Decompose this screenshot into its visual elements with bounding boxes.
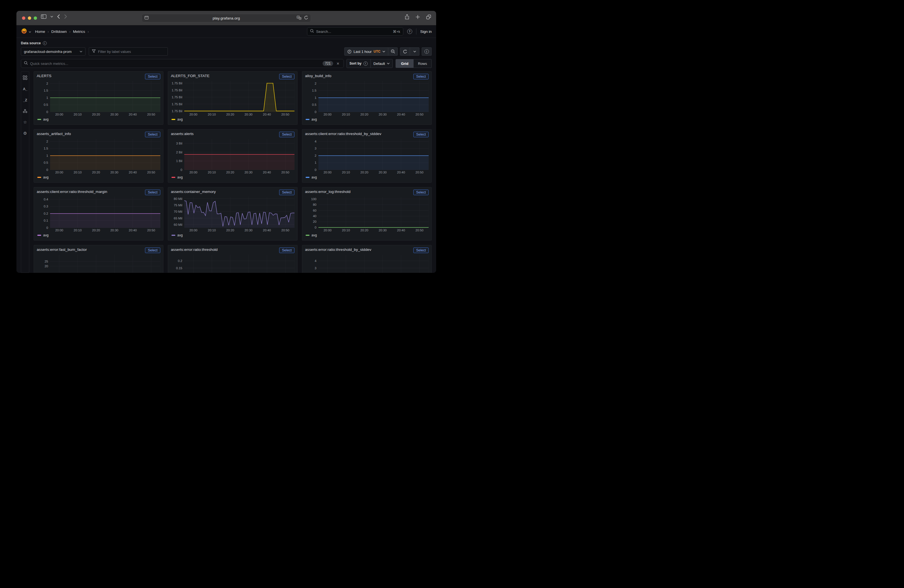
share-icon[interactable] (405, 14, 409, 21)
time-range-button[interactable]: Last 1 hour UTC (345, 47, 388, 55)
legend-label[interactable]: avg (177, 175, 183, 179)
groups-icon[interactable] (23, 109, 27, 113)
grafana-logo[interactable] (21, 28, 27, 35)
y-tick-label: 20 (313, 220, 316, 223)
metric-panel: asserts:error:fast_burn_factorSelect2520… (34, 245, 163, 273)
panel-title: asserts:client:error:ratio:threshold_by_… (305, 132, 381, 136)
x-tick-label: 20:10 (74, 229, 82, 232)
address-bar[interactable]: play.grafana.org A (142, 14, 311, 22)
metric-panel: ALERTSSelect21.510.5020:0020:1020:2020:3… (34, 71, 163, 125)
chart-legend: avg (37, 175, 160, 180)
select-button[interactable]: Select (413, 74, 428, 79)
x-tick-label: 20:10 (342, 171, 350, 174)
info-icon[interactable]: i (363, 62, 368, 66)
legend-label[interactable]: avg (311, 117, 317, 122)
legend-label[interactable]: avg (43, 233, 49, 237)
tab-overview-icon[interactable] (426, 14, 431, 21)
sidebar-toggle-icon[interactable] (41, 14, 46, 19)
y-tick-label: 75 Mil (174, 204, 182, 207)
info-icon: i (424, 49, 429, 54)
x-tick-label: 20:20 (226, 171, 234, 174)
select-button[interactable]: Select (413, 190, 428, 195)
global-search-input[interactable]: ⌘+k (307, 27, 403, 36)
select-button[interactable]: Select (413, 248, 428, 253)
legend-label[interactable]: avg (311, 233, 317, 237)
y-tick-label: 1.75 Bil (172, 95, 182, 99)
chart-legend: avg (171, 175, 294, 180)
metric-panel: asserts_artifact_infoSelect21.510.5020:0… (34, 129, 163, 183)
y-tick-label: 3 (315, 147, 316, 150)
x-tick-label: 20:00 (189, 229, 198, 232)
x-tick-label: 20:40 (129, 113, 137, 116)
view-grid-option[interactable]: Grid (396, 59, 414, 68)
x-tick-label: 20:00 (323, 229, 332, 232)
label-filter-field[interactable] (98, 49, 165, 54)
y-tick-label: 0.2 (178, 259, 182, 262)
refresh-button[interactable] (400, 47, 410, 55)
zoom-out-button[interactable] (388, 47, 397, 55)
view-rows-option[interactable]: Rows (414, 59, 431, 68)
website-settings-icon[interactable] (144, 16, 149, 21)
select-button[interactable]: Select (145, 248, 160, 253)
x-tick-label: 20:20 (226, 229, 234, 232)
x-tick-label: 20:30 (110, 229, 118, 232)
minimize-window-button[interactable] (28, 16, 31, 20)
legend-color-pill (306, 119, 310, 120)
forward-button[interactable] (64, 14, 67, 19)
settings-icon[interactable]: ⚙ (24, 131, 27, 136)
legend-label[interactable]: avg (177, 233, 183, 237)
panel-title: asserts:error:fast_burn_factor (37, 248, 87, 252)
x-tick-label: 20:30 (244, 229, 253, 232)
view-toggle: Grid Rows (395, 59, 432, 68)
datasource-select[interactable]: grafanacloud-demoinfra-prom (21, 47, 85, 56)
clear-search-icon[interactable]: ✕ (335, 62, 341, 66)
metric-search-input[interactable]: 721 ✕ (21, 59, 344, 68)
dashboards-icon[interactable] (23, 76, 27, 80)
select-button[interactable]: Select (145, 190, 160, 195)
refresh-interval-dropdown[interactable] (410, 47, 419, 55)
zoom-window-button[interactable] (34, 16, 37, 20)
global-search-field[interactable] (316, 30, 391, 34)
select-button[interactable]: Select (279, 74, 294, 79)
select-button[interactable]: Select (145, 132, 160, 137)
select-button[interactable]: Select (279, 190, 294, 195)
back-button[interactable] (57, 14, 60, 19)
sort-za-icon[interactable]: _Z (23, 98, 27, 102)
legend-label[interactable]: avg (43, 117, 49, 122)
new-tab-icon[interactable] (416, 15, 420, 21)
breadcrumb-home[interactable]: Home (35, 30, 45, 34)
y-tick-label: 0 (315, 226, 316, 229)
x-tick-label: 20:40 (397, 171, 405, 174)
y-tick-label: 2 (315, 154, 316, 157)
info-button[interactable]: i (422, 47, 431, 55)
breadcrumb-metrics[interactable]: Metrics (73, 30, 85, 34)
panel-title: ALERTS_FOR_STATE (171, 74, 210, 78)
org-chevron-down-icon[interactable] (28, 29, 31, 34)
select-button[interactable]: Select (279, 248, 294, 253)
reload-icon[interactable] (304, 16, 308, 21)
sign-in-button[interactable]: Sign in (420, 30, 432, 34)
x-tick-label: 20:50 (281, 229, 289, 232)
sort-value-dropdown[interactable]: Default (370, 59, 392, 68)
breadcrumb-drilldown[interactable]: Drilldown (51, 30, 67, 34)
y-tick-label: 1.5 (312, 89, 316, 92)
close-window-button[interactable] (22, 16, 25, 20)
info-icon[interactable]: i (43, 41, 47, 45)
sort-az-icon[interactable]: A_ (23, 87, 27, 91)
refresh-icon (403, 49, 407, 54)
select-button[interactable]: Select (145, 74, 160, 79)
sidebar-chevron-down-icon[interactable] (51, 16, 53, 17)
x-tick-label: 20:20 (92, 229, 100, 232)
y-tick-label: 0.15 (176, 266, 182, 270)
star-icon[interactable]: ☆ (24, 120, 27, 125)
panel-title: alloy_build_info (305, 74, 332, 78)
label-filter-input[interactable] (89, 47, 168, 56)
legend-label[interactable]: avg (43, 175, 49, 179)
select-button[interactable]: Select (279, 132, 294, 137)
metric-search-field[interactable] (30, 62, 320, 66)
legend-label[interactable]: avg (311, 175, 317, 179)
legend-label[interactable]: avg (177, 117, 183, 122)
help-icon[interactable]: ? (407, 29, 412, 34)
translate-icon[interactable]: A (297, 16, 302, 21)
select-button[interactable]: Select (413, 132, 428, 137)
